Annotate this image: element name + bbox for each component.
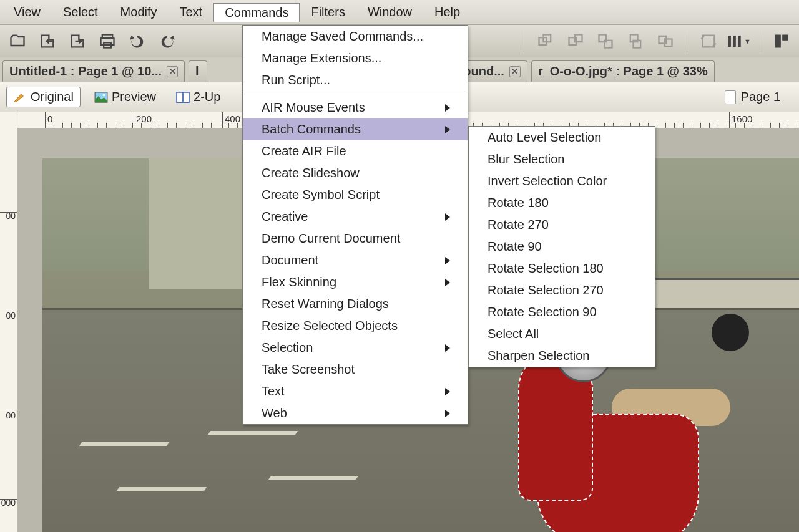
menu-item-manage-ext[interactable]: Manage Extensions... bbox=[243, 47, 468, 69]
submenu-arrow-icon bbox=[420, 253, 450, 268]
menu-text[interactable]: Text bbox=[169, 2, 214, 22]
menu-item-selection[interactable]: Selection bbox=[243, 337, 468, 359]
menu-item-text[interactable]: Text bbox=[243, 380, 468, 402]
menu-item-label: Create Slideshow bbox=[262, 166, 360, 180]
more-icon[interactable] bbox=[769, 29, 794, 54]
svg-rect-13 bbox=[703, 35, 715, 47]
menu-item-batch-commands[interactable]: Batch Commands bbox=[243, 118, 468, 140]
menu-item-label: Text bbox=[262, 384, 285, 399]
menu-item-document[interactable]: Document bbox=[243, 249, 468, 271]
align-icon[interactable] bbox=[563, 29, 588, 54]
page-selector[interactable]: Page 1 bbox=[725, 90, 793, 104]
menu-item-symbol-script[interactable]: Create Symbol Script bbox=[243, 184, 468, 206]
view-label: Original bbox=[31, 90, 74, 104]
svg-rect-14 bbox=[728, 35, 731, 46]
submenu-item[interactable]: Rotate 90 bbox=[469, 236, 655, 258]
export-icon[interactable] bbox=[65, 29, 90, 54]
ruler-mark: 1600 bbox=[732, 114, 752, 124]
submenu-item[interactable]: Blur Selection bbox=[469, 148, 655, 170]
menu-item-demo-doc[interactable]: Demo Current Document bbox=[243, 228, 468, 249]
submenu-item[interactable]: Invert Selection Color bbox=[469, 170, 655, 192]
pencil-icon bbox=[13, 92, 27, 103]
menu-item-label: Web bbox=[262, 406, 287, 420]
split-icon bbox=[176, 92, 190, 103]
submenu-arrow-icon bbox=[420, 122, 450, 137]
document-tab[interactable]: r_O-o-O.jpg* : Page 1 @ 33% bbox=[531, 60, 715, 82]
menu-item-resize-objects[interactable]: Resize Selected Objects bbox=[243, 315, 468, 337]
menu-commands[interactable]: Commands bbox=[213, 3, 300, 22]
menu-item-label: Selection bbox=[262, 341, 313, 355]
menu-filters[interactable]: Filters bbox=[300, 2, 356, 22]
view-preview-button[interactable]: Preview bbox=[88, 87, 162, 107]
document-tab[interactable]: Untitled-1 : Page 1 @ 10... ✕ bbox=[2, 60, 185, 82]
menu-item-label: Rotate 270 bbox=[488, 218, 549, 232]
menu-item-run-script[interactable]: Run Script... bbox=[243, 69, 468, 91]
open-icon[interactable] bbox=[5, 29, 30, 54]
close-icon[interactable]: ✕ bbox=[167, 66, 178, 77]
submenu-arrow-icon bbox=[420, 275, 450, 289]
menu-item-label: Reset Warning Dialogs bbox=[262, 297, 389, 311]
ruler-mark: 00 bbox=[6, 311, 16, 321]
align-icon[interactable] bbox=[623, 29, 648, 54]
menu-item-label: Create Symbol Script bbox=[262, 188, 380, 202]
ruler-mark: 00 bbox=[6, 211, 16, 221]
menu-modify[interactable]: Modify bbox=[109, 2, 169, 22]
menu-view[interactable]: View bbox=[2, 2, 52, 22]
menu-item-label: Rotate Selection 270 bbox=[488, 283, 604, 297]
menu-item-label: Rotate 90 bbox=[488, 239, 542, 254]
submenu-item[interactable]: Auto Level Selection bbox=[469, 127, 655, 148]
group-icon[interactable] bbox=[533, 29, 558, 54]
transform-icon[interactable] bbox=[696, 29, 721, 54]
print-icon[interactable] bbox=[95, 29, 120, 54]
view-2up-button[interactable]: 2-Up bbox=[170, 87, 227, 107]
submenu-item[interactable]: Sharpen Selection bbox=[469, 345, 655, 367]
menu-item-label: Flex Skinning bbox=[262, 275, 336, 289]
ruler-mark: 00 bbox=[6, 410, 16, 420]
svg-rect-15 bbox=[733, 35, 736, 46]
submenu-arrow-icon bbox=[420, 100, 450, 115]
menu-item-reset-warnings[interactable]: Reset Warning Dialogs bbox=[243, 293, 468, 315]
submenu-arrow-icon bbox=[420, 341, 450, 355]
menu-item-manage-saved[interactable]: Manage Saved Commands... bbox=[243, 26, 468, 47]
submenu-item[interactable]: Rotate 270 bbox=[469, 214, 655, 236]
menu-item-label: Blur Selection bbox=[488, 152, 564, 167]
ruler-mark: 000 bbox=[1, 498, 16, 508]
align-icon[interactable] bbox=[593, 29, 618, 54]
menu-item-label: Manage Extensions... bbox=[262, 51, 381, 65]
submenu-item[interactable]: Rotate Selection 270 bbox=[469, 279, 655, 301]
menu-item-screenshot[interactable]: Take Screenshot bbox=[243, 359, 468, 380]
ruler-mark: 400 bbox=[225, 114, 240, 124]
ruler-mark: 0 bbox=[47, 114, 52, 124]
menu-item-air-mouse[interactable]: AIR Mouse Events bbox=[243, 97, 468, 118]
submenu-item[interactable]: Select All bbox=[469, 323, 655, 345]
page-label: Page 1 bbox=[741, 90, 780, 104]
submenu-item[interactable]: Rotate Selection 180 bbox=[469, 258, 655, 279]
menu-item-slideshow[interactable]: Create Slideshow bbox=[243, 162, 468, 184]
menu-item-web[interactable]: Web bbox=[243, 402, 468, 424]
redo-icon[interactable] bbox=[155, 29, 180, 54]
menu-item-create-air[interactable]: Create AIR File bbox=[243, 140, 468, 162]
import-icon[interactable] bbox=[35, 29, 60, 54]
menu-item-label: Rotate 180 bbox=[488, 196, 549, 210]
menu-item-label: Creative bbox=[262, 210, 308, 224]
document-tab[interactable]: l bbox=[189, 60, 207, 82]
menu-select[interactable]: Select bbox=[52, 2, 109, 22]
submenu-item[interactable]: Rotate Selection 90 bbox=[469, 301, 655, 323]
menu-item-label: Rotate Selection 180 bbox=[488, 261, 604, 276]
undo-icon[interactable] bbox=[125, 29, 150, 54]
menu-help[interactable]: Help bbox=[423, 2, 471, 22]
view-original-button[interactable]: Original bbox=[6, 87, 81, 107]
vertical-ruler: 00 00 00 000 bbox=[0, 112, 17, 532]
view-label: 2-Up bbox=[194, 90, 220, 104]
menu-window[interactable]: Window bbox=[356, 2, 423, 22]
toolbar-separator bbox=[524, 30, 524, 52]
submenu-item[interactable]: Rotate 180 bbox=[469, 192, 655, 214]
align-icon[interactable] bbox=[653, 29, 678, 54]
svg-rect-18 bbox=[782, 34, 788, 40]
commands-dropdown: Manage Saved Commands... Manage Extensio… bbox=[242, 25, 468, 425]
menu-item-creative[interactable]: Creative bbox=[243, 206, 468, 228]
close-icon[interactable]: ✕ bbox=[509, 66, 521, 77]
distribute-icon[interactable]: ▼ bbox=[726, 29, 751, 54]
menu-item-label: Take Screenshot bbox=[262, 362, 355, 377]
menu-item-flex-skinning[interactable]: Flex Skinning bbox=[243, 271, 468, 293]
